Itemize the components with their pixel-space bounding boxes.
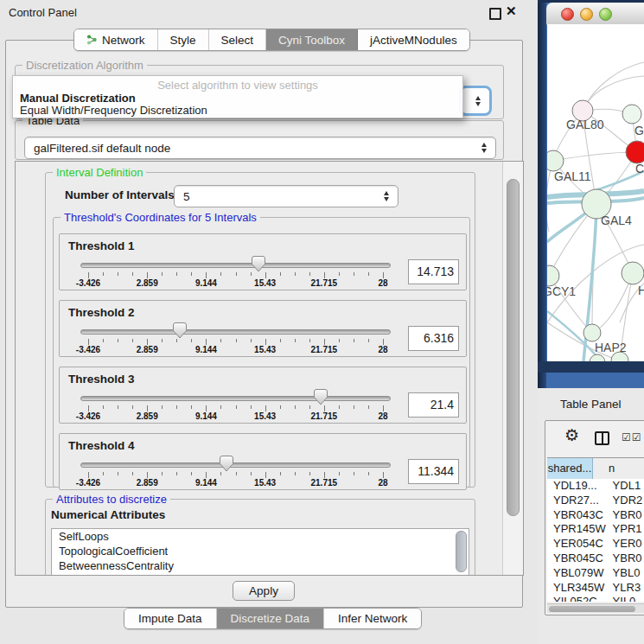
slider-tick bbox=[354, 405, 354, 409]
network-node-gal11[interactable] bbox=[547, 150, 564, 171]
window-frame-edge bbox=[538, 361, 644, 373]
attribute-list-item[interactable]: SelfLoops bbox=[52, 529, 469, 544]
slider-tick bbox=[220, 472, 221, 475]
threshold-value-field[interactable]: 21.4 bbox=[408, 392, 459, 418]
tab-discretize-data[interactable]: Discretize Data bbox=[217, 609, 325, 628]
algorithm-option[interactable]: Equal Width/Frequency Discretization bbox=[20, 104, 207, 117]
numerical-attributes-list[interactable]: SelfLoopsTopologicalCoefficientBetweenne… bbox=[51, 528, 469, 576]
table-row[interactable]: YIL052CYIL0 bbox=[547, 595, 644, 602]
slider-tick bbox=[295, 339, 296, 342]
slider-thumb[interactable] bbox=[220, 456, 233, 472]
table-row[interactable]: YDR27...YDR2 bbox=[547, 494, 644, 508]
attribute-list-item[interactable]: BetweennessCentrality bbox=[52, 558, 469, 573]
slider-tick-label: -3.426 bbox=[76, 278, 100, 288]
bottom-tabbar: Impute DataDiscretize DataInfer Network bbox=[124, 608, 422, 629]
top-tabbar: NetworkStyleSelectCyni ToolboxjActiveMNo… bbox=[73, 29, 470, 51]
slider-track[interactable] bbox=[80, 396, 391, 401]
slider-tick bbox=[132, 405, 133, 409]
slider-tick-label: 28 bbox=[378, 345, 387, 354]
slider-track[interactable] bbox=[80, 263, 391, 268]
cell-name: YER0 bbox=[609, 537, 644, 552]
threshold-value-field[interactable]: 11.344 bbox=[408, 459, 459, 484]
slider-tick-label: 15.43 bbox=[254, 345, 276, 354]
network-node-gcy1[interactable] bbox=[547, 265, 559, 286]
column-header-name[interactable]: n bbox=[593, 458, 644, 479]
tab-network[interactable]: Network bbox=[74, 29, 158, 50]
network-node-h[interactable] bbox=[622, 262, 644, 284]
network-node[interactable] bbox=[590, 354, 605, 361]
threshold-value-field[interactable]: 14.713 bbox=[408, 259, 459, 284]
slider-tick bbox=[103, 272, 104, 276]
slider-thumb[interactable] bbox=[314, 389, 328, 405]
slider-tick-label: 9.144 bbox=[195, 345, 217, 354]
slider-tick bbox=[88, 405, 89, 411]
table-row[interactable]: YER054CYER0 bbox=[547, 537, 644, 552]
table-row[interactable]: YBR045CYBR0 bbox=[547, 552, 644, 566]
slider-tick bbox=[236, 472, 237, 475]
tab-cyni-toolbox[interactable]: Cyni Toolbox bbox=[266, 29, 358, 50]
slider-tick bbox=[103, 472, 104, 475]
slider-track[interactable] bbox=[80, 462, 391, 468]
node-label: HAP2 bbox=[595, 341, 627, 354]
scrollpane-scrollbar-thumb[interactable] bbox=[507, 179, 520, 516]
tab-infer-network[interactable]: Infer Network bbox=[324, 609, 421, 628]
num-intervals-combobox[interactable]: 5 bbox=[174, 185, 399, 207]
cell-name: YBL0 bbox=[609, 566, 644, 581]
column-header-shared-name[interactable]: shared... bbox=[547, 458, 593, 479]
close-panel-icon[interactable]: ✕ bbox=[506, 3, 517, 19]
group-title: Discretization Algorithm bbox=[22, 59, 147, 72]
table-hscrollbar-track[interactable] bbox=[547, 603, 644, 613]
window-frame-edge bbox=[538, 0, 546, 388]
table-row[interactable]: YLR345WYLR3 bbox=[547, 581, 644, 596]
select-columns-icon[interactable]: ☑☑ bbox=[622, 431, 642, 443]
slider-tick-label: 9.144 bbox=[195, 278, 217, 288]
slider-tick-label: 9.144 bbox=[195, 411, 217, 421]
table-panel-body: ⚙ ☑☑ shared... n YDL19...YDL1YDR27...YDR… bbox=[545, 420, 644, 615]
slider-tick-label: 21.715 bbox=[311, 478, 338, 488]
network-canvas[interactable]: GAL80GACGAL11GAL4GCY1HHAP2 bbox=[547, 24, 644, 361]
table-data-combobox[interactable]: galFiltered.sif default node bbox=[24, 137, 496, 159]
slider-tick-label: 21.715 bbox=[311, 278, 338, 288]
slider-thumb[interactable] bbox=[173, 322, 187, 339]
algorithm-option[interactable]: Manual Discretization bbox=[20, 92, 136, 105]
slider-tick-label: 9.144 bbox=[195, 478, 217, 488]
network-node-ga[interactable] bbox=[622, 105, 641, 124]
mac-zoom-button[interactable] bbox=[599, 8, 612, 21]
threshold-value-field[interactable]: 6.316 bbox=[408, 326, 459, 351]
cell-shared-name: YER054C bbox=[547, 537, 609, 552]
tab-style[interactable]: Style bbox=[158, 29, 209, 50]
thresholds-group: Threshold's Coordinates for 5 Intervals … bbox=[53, 217, 470, 488]
network-window-titlebar[interactable] bbox=[546, 3, 644, 25]
table-row[interactable]: YDL19...YDL1 bbox=[547, 479, 644, 494]
threshold-box: Threshold 3-3.4262.8599.14415.4321.71528… bbox=[59, 367, 467, 424]
scrollpane-scrollbar-track[interactable] bbox=[502, 162, 523, 575]
numerical-attributes-label: Numerical Attributes bbox=[51, 508, 165, 521]
tab-jactivemnodules[interactable]: jActiveMNodules bbox=[358, 29, 469, 50]
algorithm-combobox[interactable] bbox=[459, 86, 492, 116]
gear-icon[interactable]: ⚙ bbox=[564, 427, 579, 443]
attributes-list-scrollbar[interactable] bbox=[456, 531, 467, 572]
num-intervals-label: Number of Intervals bbox=[65, 188, 175, 201]
screenshot-stage: Control Panel ✕ NetworkStyleSelectCyni T… bbox=[0, 0, 644, 644]
float-window-icon[interactable] bbox=[489, 8, 501, 20]
cell-shared-name: YLR345W bbox=[547, 581, 609, 596]
slider-tick bbox=[206, 405, 207, 411]
table-hscrollbar-thumb[interactable] bbox=[549, 606, 635, 612]
table-row[interactable]: YPR145WYPR1 bbox=[547, 522, 644, 537]
mac-close-button[interactable] bbox=[561, 8, 574, 21]
network-node-hap2[interactable] bbox=[583, 324, 601, 341]
tab-select[interactable]: Select bbox=[209, 29, 267, 50]
apply-button[interactable]: Apply bbox=[233, 581, 295, 601]
table-row[interactable]: YBR043CYBR0 bbox=[547, 508, 644, 523]
split-columns-icon[interactable] bbox=[595, 431, 609, 445]
slider-tick bbox=[236, 272, 237, 276]
tab-impute-data[interactable]: Impute Data bbox=[124, 609, 217, 628]
slider-tick bbox=[220, 405, 221, 409]
network-node-c[interactable] bbox=[626, 141, 644, 163]
attribute-list-item[interactable]: TopologicalCoefficient bbox=[52, 544, 469, 558]
slider-tick-label: 28 bbox=[378, 411, 387, 421]
slider-track[interactable] bbox=[80, 329, 391, 335]
slider-thumb[interactable] bbox=[252, 256, 265, 272]
mac-minimize-button[interactable] bbox=[580, 8, 593, 21]
table-row[interactable]: YBL079WYBL0 bbox=[547, 566, 644, 581]
